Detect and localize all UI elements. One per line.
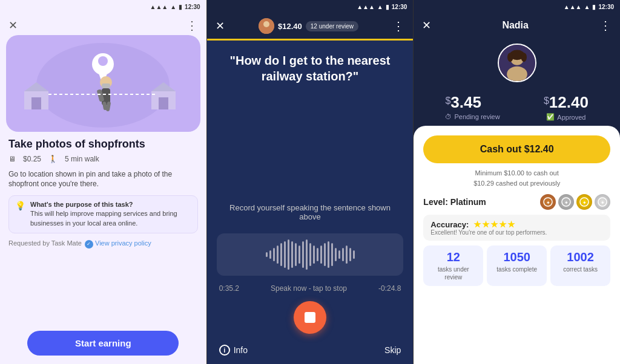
timer-row: 0:35.2 Speak now - tap to stop -0:24.8 <box>207 282 414 295</box>
waveform-bar <box>346 245 348 264</box>
status-bar-2: ▲▲▲ ▲ ▮ 12:30 <box>207 0 414 13</box>
panel1-header: ✕ ⋮ <box>0 13 206 35</box>
level-row: Level: Platinum ✦ ✦ ✦ ✦ <box>423 194 610 210</box>
user-avatar-3 <box>498 44 536 82</box>
more-icon-3[interactable]: ⋮ <box>599 18 612 33</box>
waveform-bar <box>298 245 300 264</box>
waveform-bar <box>320 245 322 264</box>
approved-label: ✅ Approved <box>544 113 589 121</box>
balance-chip: $12.40 12 under review <box>259 18 358 34</box>
waveform-bar <box>331 243 333 266</box>
hero-illustration <box>12 37 194 131</box>
task-distance: 5 min walk <box>65 155 99 163</box>
accuracy-box: Accuracy: ★★★★★ Excellent! You're one of… <box>423 215 610 241</box>
dollar-sign-1: $ <box>445 96 450 106</box>
battery-icon-2: ▮ <box>386 4 389 10</box>
task-description: Go to location shown in pin and take a p… <box>8 169 198 190</box>
waveform-bar <box>295 243 297 266</box>
waveform-bar <box>273 248 275 261</box>
stat-num-2: 1050 <box>492 250 542 264</box>
stat-label-2: tasks complete <box>492 265 542 273</box>
waveform-bar <box>277 245 279 264</box>
waveform-bar <box>291 241 293 268</box>
privacy-row: Requested by Task Mate ✓ View privacy po… <box>8 239 198 249</box>
stats-grid: 12 tasks under review 1050 tasks complet… <box>423 245 610 286</box>
signal-icon-2: ▲▲▲ <box>357 4 375 10</box>
task-meta: 🖥 $0.25 🚶 5 min walk <box>8 155 198 163</box>
waveform-bar <box>309 243 311 266</box>
dollar-sign-2: $ <box>544 96 549 106</box>
svg-rect-12 <box>31 97 41 109</box>
panel3-header: ✕ Nadia ⋮ <box>414 13 620 37</box>
svg-point-3 <box>98 56 108 66</box>
waveform-bar <box>266 252 268 257</box>
approved-earning: $ 12.40 ✅ Approved <box>544 93 589 121</box>
close-icon-2[interactable]: ✕ <box>216 19 225 33</box>
time-3: 12:30 <box>598 4 614 10</box>
waveform-bar <box>342 248 344 261</box>
privacy-link[interactable]: View privacy policy <box>95 239 151 247</box>
task-title: Take photos of shopfronts <box>8 138 198 151</box>
svg-rect-15 <box>159 97 168 109</box>
waveform-bar <box>302 241 304 268</box>
start-earning-button[interactable]: Start earning <box>27 331 179 356</box>
stat-correct-tasks: 1002 correct tasks <box>550 245 610 286</box>
panel-profile: ▲▲▲ ▲ ▮ 12:30 ✕ Nadia ⋮ $ 3.45 ⏱ <box>414 0 620 364</box>
stat-num-3: 1002 <box>555 250 605 264</box>
svg-point-19 <box>263 21 269 27</box>
svg-text:✦: ✦ <box>564 200 569 206</box>
more-icon-1[interactable]: ⋮ <box>186 18 198 33</box>
hero-image <box>6 35 200 132</box>
waveform-bar <box>288 239 289 270</box>
instruction-text: Record yourself speaking the sentence sh… <box>207 197 414 227</box>
check-icon: ✅ <box>546 113 555 121</box>
battery-icon-3: ▮ <box>592 4 596 10</box>
waveform <box>217 233 404 276</box>
waveform-bars <box>266 239 355 270</box>
status-icons-3: ▲▲▲ ▲ ▮ 12:30 <box>564 4 614 10</box>
info-button[interactable]: i Info <box>219 345 248 356</box>
user-avatar-2 <box>259 18 274 34</box>
medal-bronze: ✦ <box>540 194 556 210</box>
medal-silver: ✦ <box>558 194 574 210</box>
user-name: Nadia <box>502 20 529 31</box>
balance-display: $12.40 <box>278 22 302 31</box>
review-badge: 12 under review <box>306 21 358 31</box>
waveform-bar <box>317 248 318 261</box>
waveform-bar <box>306 239 308 270</box>
waveform-bar <box>338 250 340 259</box>
info-box-title: What's the purpose of this task? <box>30 201 191 208</box>
waveform-bar <box>269 250 271 259</box>
stop-button[interactable] <box>294 301 326 334</box>
waveform-bar <box>313 245 315 264</box>
panel1-content: Take photos of shopfronts 🖥 $0.25 🚶 5 mi… <box>0 138 206 325</box>
waveform-bar <box>349 248 351 261</box>
stat-tasks-complete: 1050 tasks complete <box>487 245 547 286</box>
approved-amount-display: $ 12.40 <box>544 93 589 112</box>
question-text: "How do I get to the nearest railway sta… <box>207 41 414 197</box>
bulb-icon: 💡 <box>15 201 25 210</box>
waveform-bar <box>284 241 286 268</box>
earnings-grid: $ 3.45 ⏱ Pending review $ 12.40 ✅ Approv… <box>414 88 620 126</box>
signal-icon-3: ▲▲▲ <box>564 4 582 10</box>
stat-label-1: tasks under review <box>428 265 478 281</box>
svg-point-23 <box>507 67 527 82</box>
svg-text:✦: ✦ <box>546 200 550 206</box>
pending-earning: $ 3.45 ⏱ Pending review <box>445 93 500 121</box>
status-bar-1: ▲▲▲ ▲ ▮ 12:30 <box>0 0 206 13</box>
status-icons-2: ▲▲▲ ▲ ▮ 12:30 <box>357 4 407 10</box>
waveform-bar <box>280 243 282 266</box>
wifi-icon: ▲ <box>170 4 176 10</box>
accuracy-desc: Excellent! You're one of our top perform… <box>430 229 547 236</box>
medal-platinum: ✦ <box>595 194 610 210</box>
pending-label: ⏱ Pending review <box>445 113 500 120</box>
skip-button[interactable]: Skip <box>384 345 401 355</box>
cashout-button[interactable]: Cash out $12.40 <box>423 135 610 163</box>
task-reward: $0.25 <box>23 155 41 163</box>
close-icon-1[interactable]: ✕ <box>8 19 18 32</box>
panel2-footer: i Info Skip <box>207 340 414 364</box>
battery-icon: ▮ <box>179 4 182 10</box>
close-icon-3[interactable]: ✕ <box>422 19 431 32</box>
more-icon-2[interactable]: ⋮ <box>392 19 404 33</box>
svg-rect-9 <box>102 83 110 88</box>
